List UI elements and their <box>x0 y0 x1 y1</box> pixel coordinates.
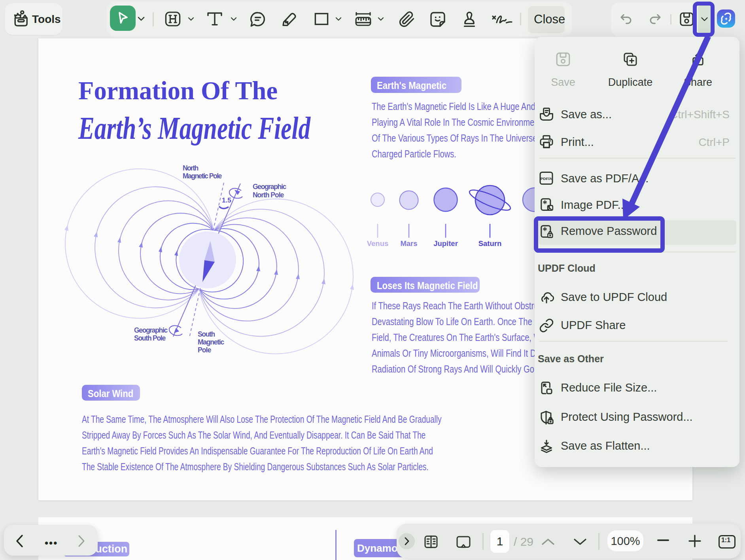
svg-text:Geographic: Geographic <box>253 183 286 191</box>
svg-text:Pole: Pole <box>198 346 211 354</box>
svg-text:Magnetic Pole: Magnetic Pole <box>183 172 222 180</box>
svg-text:North Pole: North Pole <box>253 191 284 199</box>
svg-text:Mars: Mars <box>400 239 417 248</box>
svg-text:South Pole: South Pole <box>134 334 166 342</box>
svg-text:North: North <box>183 164 199 172</box>
svg-text:Saturn: Saturn <box>478 239 502 248</box>
svg-text:PDF/A: PDF/A <box>541 176 552 181</box>
svg-text:1.5: 1.5 <box>222 197 231 204</box>
svg-text:South: South <box>198 330 215 338</box>
svg-text:Jupiter: Jupiter <box>433 239 458 248</box>
svg-text:Geographic: Geographic <box>134 326 168 334</box>
svg-text:Magnetic: Magnetic <box>198 338 224 346</box>
svg-text:Venus: Venus <box>367 239 389 248</box>
